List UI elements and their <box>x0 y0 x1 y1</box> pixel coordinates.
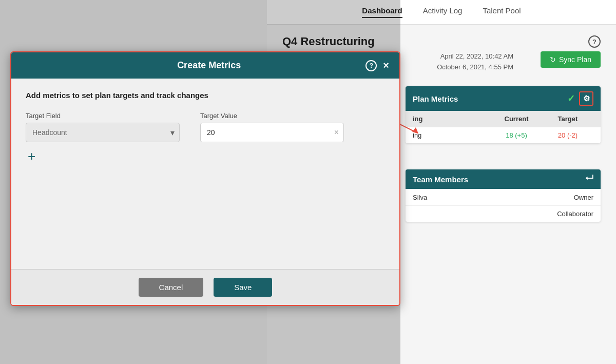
sync-btn-area: ↻ Sync Plan <box>541 51 601 68</box>
plan-metrics-title: Plan Metrics <box>413 94 458 103</box>
plan-metrics-table-header: ing Current Target <box>406 111 601 127</box>
tab-activity-log[interactable]: Activity Log <box>423 6 463 18</box>
target-value-input-wrapper: × <box>200 123 344 142</box>
modal-footer: Cancel Save <box>11 269 399 305</box>
col-current-header: Current <box>491 115 542 123</box>
create-metrics-modal: Create Metrics ? × Add metrics to set pl… <box>10 51 400 306</box>
dates-area: April 22, 2022, 10:42 AM October 6, 2021… <box>437 51 513 73</box>
target-field-label: Target Field <box>26 112 180 120</box>
modal-title: Create Metrics <box>52 60 365 71</box>
clear-input-icon[interactable]: × <box>334 128 339 137</box>
save-button[interactable]: Save <box>214 278 272 297</box>
team-members-card: Team Members ⮠ Silva Owner Collaborator <box>406 169 601 222</box>
modal-help-icon[interactable]: ? <box>365 60 377 71</box>
modal-close-button[interactable]: × <box>383 60 389 71</box>
check-icon[interactable]: ✓ <box>567 93 575 104</box>
share-icon[interactable]: ⮠ <box>585 175 593 184</box>
table-row: ing 18 (+5) 20 (-2) <box>406 127 601 143</box>
team-members-header: Team Members ⮠ <box>406 169 601 189</box>
member-role-2: Collaborator <box>557 210 593 218</box>
member-row-1: Silva Owner <box>406 189 601 205</box>
page-help-icon[interactable]: ? <box>588 35 601 48</box>
target-value-group: Target Value × <box>200 112 344 142</box>
modal-header: Create Metrics ? × <box>11 52 399 79</box>
tab-talent-pool[interactable]: Talent Pool <box>483 6 521 18</box>
target-field-group: Target Field Headcount ▾ <box>26 112 180 142</box>
plan-metrics-card: Plan Metrics ✓ ⚙ ing Current Target ing … <box>406 86 601 143</box>
modal-empty-area <box>26 164 385 257</box>
modal-subtitle: Add metrics to set plan targets and trac… <box>26 91 385 100</box>
cancel-button[interactable]: Cancel <box>139 278 204 297</box>
add-row-button[interactable]: + <box>26 148 385 164</box>
row-target: 20 (-2) <box>542 131 593 139</box>
date-1: April 22, 2022, 10:42 AM <box>437 51 513 62</box>
target-value-input[interactable] <box>200 123 344 142</box>
date-2: October 6, 2021, 4:55 PM <box>437 62 513 73</box>
team-members-title: Team Members <box>413 175 468 184</box>
member-row-2: Collaborator <box>406 205 601 222</box>
gear-icon: ⚙ <box>583 94 590 103</box>
member-name-1: Silva <box>413 194 427 201</box>
sync-plan-button[interactable]: ↻ Sync Plan <box>541 51 601 68</box>
plan-metrics-actions: ✓ ⚙ <box>567 91 593 106</box>
member-role-1: Owner <box>574 194 593 201</box>
target-field-select[interactable]: Headcount <box>26 123 180 142</box>
form-row: Target Field Headcount ▾ Target Value × <box>26 112 385 142</box>
gear-icon-box[interactable]: ⚙ <box>579 91 593 106</box>
row-label: ing <box>413 131 491 139</box>
sync-icon: ↻ <box>550 55 556 64</box>
modal-body: Add metrics to set plan targets and trac… <box>11 79 399 269</box>
col-label-header: ing <box>413 115 491 123</box>
plan-metrics-header: Plan Metrics ✓ ⚙ <box>406 86 601 111</box>
target-field-select-wrapper: Headcount ▾ <box>26 123 180 142</box>
col-target-header: Target <box>542 115 593 123</box>
target-value-label: Target Value <box>200 112 344 120</box>
sync-plan-label: Sync Plan <box>559 55 591 64</box>
modal-header-actions: ? × <box>365 60 389 71</box>
row-current: 18 (+5) <box>491 131 542 139</box>
